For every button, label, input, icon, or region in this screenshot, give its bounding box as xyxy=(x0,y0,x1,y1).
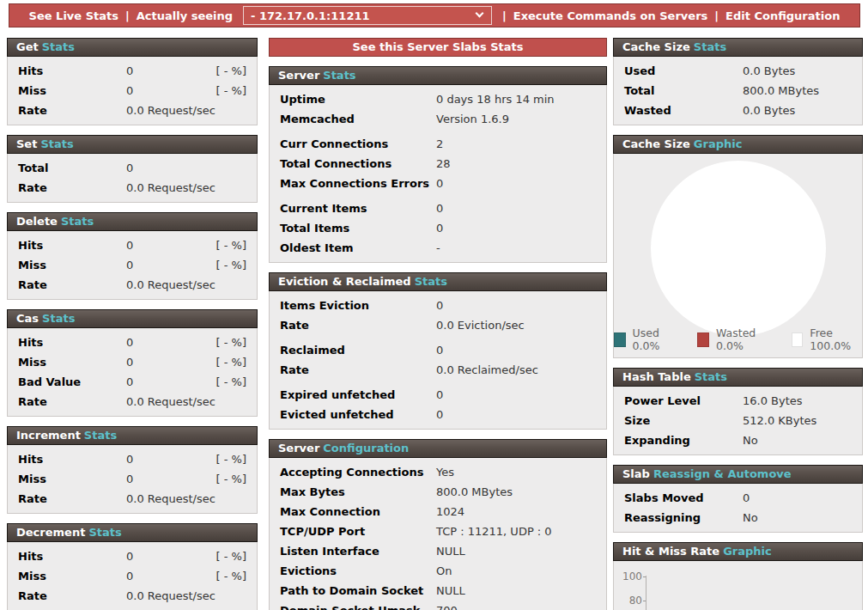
stat-value: Version 1.6.9 xyxy=(436,113,596,125)
row-group: Hits0[ - %]Miss0[ - %]Rate0.0 Request/se… xyxy=(8,235,257,295)
cache-size-pie-chart: Used 0.0%Wasted 0.0%Free 100.0% xyxy=(613,154,863,358)
stat-label: Accepting Connections xyxy=(280,466,436,479)
stat-row: Max Connections Errors0 xyxy=(270,174,606,193)
stat-extra: [ - %] xyxy=(216,550,246,563)
panel-eviction-reclaimed-body: Items Eviction0Rate0.0 Eviction/secRecla… xyxy=(269,291,607,430)
stat-label: Evicted unfetched xyxy=(280,408,436,421)
stat-extra: [ - %] xyxy=(216,84,246,97)
stat-row: Reclaimed0 xyxy=(270,340,606,360)
stat-label: Hits xyxy=(18,239,126,252)
chart-y-axis-line xyxy=(646,576,646,610)
legend-label: Used 0.0% xyxy=(633,326,677,352)
panel-delete-stats: DeleteStats Hits0[ - %]Miss0[ - %]Rate0.… xyxy=(7,212,258,300)
panel-set-stats-header: SetStats xyxy=(7,135,258,154)
stat-label: Total Connections xyxy=(280,157,436,170)
legend-swatch xyxy=(792,332,804,347)
panel-title-accent: Reassign & Automove xyxy=(653,467,792,480)
stat-label: Items Eviction xyxy=(280,299,436,312)
panel-increment-stats: IncrementStats Hits0[ - %]Miss0[ - %]Rat… xyxy=(7,426,258,514)
hit-miss-rate-chart: 10080 xyxy=(613,561,863,610)
stat-value: 0 xyxy=(436,222,596,235)
stat-value: 0 xyxy=(436,299,596,312)
stat-value: 0.0 Request/sec xyxy=(126,278,246,291)
stat-value: 0 xyxy=(436,408,596,421)
legend-label: Free 100.0% xyxy=(810,326,862,352)
stat-row: Hits0[ - %] xyxy=(8,449,257,469)
stat-row: Domain Socket Umask700 xyxy=(270,601,606,610)
panel-server-configuration-header: ServerConfiguration xyxy=(269,439,607,458)
stat-value: 0 xyxy=(126,550,216,563)
stat-row: Current Items0 xyxy=(270,198,606,218)
stat-label: Rate xyxy=(18,104,126,117)
panel-server-configuration-body: Accepting ConnectionsYesMax Bytes800.0 M… xyxy=(269,458,607,610)
stat-value: 2 xyxy=(436,137,596,150)
right-column: Cache SizeStats Used0.0 BytesTotal800.0 … xyxy=(613,38,863,610)
stat-value: 800.0 MBytes xyxy=(743,84,852,97)
stat-label: Hits xyxy=(18,64,126,77)
stat-row: Rate0.0 Request/sec xyxy=(8,392,257,412)
panel-title-accent: Stats xyxy=(695,370,727,383)
stat-value: 0.0 Bytes xyxy=(743,64,852,77)
panel-title-accent: Stats xyxy=(40,137,73,150)
stat-value: 0 xyxy=(126,239,216,252)
stat-value: 0 xyxy=(126,453,216,466)
stat-row: ReassigningNo xyxy=(614,508,862,528)
row-group: Used0.0 BytesTotal800.0 MBytesWasted0.0 … xyxy=(614,61,862,120)
stat-row: Hits0[ - %] xyxy=(8,61,257,81)
stat-value: 700 xyxy=(436,604,596,610)
stat-row: Hits0[ - %] xyxy=(8,546,257,566)
panel-title: Cache Size xyxy=(622,40,690,53)
panel-server-stats-header: ServerStats xyxy=(269,66,607,85)
middle-column: See this Server Slabs Stats ServerStats … xyxy=(269,38,607,610)
stat-value: 0 xyxy=(126,162,246,174)
stat-label: Total xyxy=(18,162,126,174)
stat-value: 0 xyxy=(436,388,596,401)
stat-label: Hits xyxy=(18,550,126,563)
separator: | xyxy=(502,9,507,22)
panel-get-stats-header: GetStats xyxy=(7,38,258,57)
panel-cas-stats: CasStats Hits0[ - %]Miss0[ - %]Bad Value… xyxy=(7,309,258,417)
row-group: Slabs Moved0ReassigningNo xyxy=(614,488,862,528)
execute-commands-link[interactable]: Execute Commands on Servers xyxy=(513,9,708,22)
stat-value: 0 xyxy=(126,356,216,369)
stat-row: Evicted unfetched0 xyxy=(270,405,606,424)
panel-get-stats: GetStats Hits0[ - %]Miss0[ - %]Rate0.0 R… xyxy=(7,38,258,125)
stat-value: 0.0 Request/sec xyxy=(126,104,246,117)
stat-value: 0 xyxy=(126,473,216,485)
stat-value: On xyxy=(436,564,596,577)
stat-row: Total0 xyxy=(8,158,257,178)
stat-row: ExpandingNo xyxy=(614,430,862,450)
panel-title: Get xyxy=(16,40,39,53)
stat-label: Hits xyxy=(18,453,126,466)
panel-title: Hit & Miss Rate xyxy=(622,545,719,558)
stat-value: 0 xyxy=(436,344,596,357)
stat-label: TCP/UDP Port xyxy=(280,525,436,538)
server-select[interactable]: - 172.17.0.1:11211 xyxy=(243,6,492,25)
stat-label: Wasted xyxy=(624,104,743,117)
stat-value: 16.0 Bytes xyxy=(743,394,852,407)
edit-configuration-link[interactable]: Edit Configuration xyxy=(725,9,840,22)
panel-title-accent: Graphic xyxy=(694,137,743,150)
stat-value: NULL xyxy=(436,584,596,597)
stat-row: Listen InterfaceNULL xyxy=(270,541,606,561)
top-navigation-bar: See Live Stats | Actually seeing - 172.1… xyxy=(9,3,860,27)
stat-value: 0 xyxy=(743,491,852,504)
panel-decrement-stats-body: Hits0[ - %]Miss0[ - %]Rate0.0 Request/se… xyxy=(7,542,258,610)
stat-label: Rate xyxy=(280,319,436,332)
stat-value: No xyxy=(743,434,852,447)
see-live-stats-link[interactable]: See Live Stats xyxy=(29,9,118,22)
panel-slab-reassign-automove: SlabReassign & Automove Slabs Moved0Reas… xyxy=(613,465,863,533)
stat-row: Hits0[ - %] xyxy=(8,332,257,352)
stat-label: Bad Value xyxy=(18,375,126,388)
row-group: Hits0[ - %]Miss0[ - %]Bad Value0[ - %]Ra… xyxy=(8,332,257,412)
legend-label: Wasted 0.0% xyxy=(716,326,771,352)
stat-value: 800.0 MBytes xyxy=(436,485,596,498)
row-group: Reclaimed0Rate0.0 Reclaimed/sec xyxy=(270,340,606,380)
stat-row: Hits0[ - %] xyxy=(8,235,257,255)
see-server-slabs-stats-button[interactable]: See this Server Slabs Stats xyxy=(269,38,607,57)
panel-title-accent: Configuration xyxy=(323,442,409,454)
panel-cache-size-graphic: Cache SizeGraphic Used 0.0%Wasted 0.0%Fr… xyxy=(613,135,863,358)
panel-hit-miss-rate-graphic: Hit & Miss RateGraphic 10080 xyxy=(613,542,863,610)
panel-title-accent: Stats xyxy=(84,429,117,442)
stat-row: Miss0[ - %] xyxy=(8,81,257,101)
